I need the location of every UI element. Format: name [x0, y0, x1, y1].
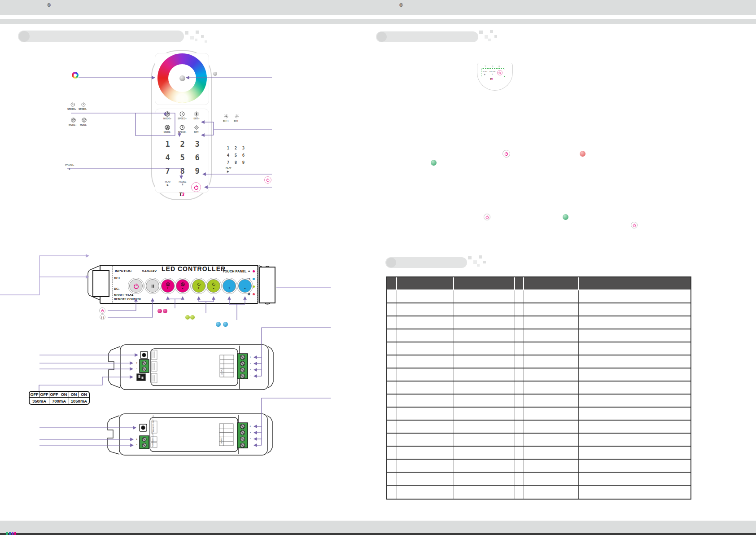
spec-body-cell — [454, 434, 515, 447]
spec-body-cell — [387, 473, 397, 486]
power-icon — [194, 185, 199, 190]
controller-button-mode-plus: + — [161, 279, 175, 293]
remote-key-1: 1 — [160, 137, 175, 151]
button-sign: + — [228, 286, 230, 290]
spec-body-cell — [454, 316, 515, 329]
spec-body-cell — [454, 342, 515, 355]
output-label: OUTPUT — [221, 357, 223, 375]
remote-key-mode-minus: MODE- — [160, 125, 175, 136]
spec-body-cell — [454, 408, 515, 421]
clock-icon — [179, 111, 185, 117]
spec-body-cell — [454, 395, 515, 408]
callout-digit-2: 2 — [232, 145, 240, 152]
remote-key-3: 3 — [190, 137, 205, 151]
button-sign: - — [182, 286, 184, 290]
speed-dot-icon — [185, 315, 190, 320]
spec-body-cell — [515, 408, 524, 421]
plus-label: + — [136, 361, 138, 364]
section-header-left-1 — [18, 31, 184, 42]
play-icon: ▶ — [162, 183, 173, 186]
dip-state-cell: ON — [59, 392, 69, 398]
spec-body-cell — [579, 395, 690, 408]
speed-dot-icon — [190, 315, 195, 320]
clock-icon — [70, 102, 75, 107]
power-icon — [266, 178, 270, 182]
spec-body-cell — [524, 329, 579, 342]
brt-dot-icon — [216, 322, 221, 327]
spec-body-cell — [397, 408, 454, 421]
remote-power-button — [191, 182, 201, 192]
key-label: SPEED+ — [178, 117, 187, 120]
section-header-bullet — [377, 32, 387, 42]
spec-body-cell — [524, 434, 579, 447]
pin-label-R: R — [247, 292, 255, 296]
remote-key-speed-minus: SPEED- — [175, 125, 190, 136]
spec-body-cell — [515, 447, 524, 460]
spec-body-cell — [579, 408, 690, 421]
button-sign: - — [213, 286, 214, 290]
color-wheel-callout-hole — [74, 74, 77, 77]
mode-icon — [165, 111, 170, 117]
spec-body-cell — [579, 486, 690, 499]
remote-key-speed-plus: SPEED+ — [175, 111, 190, 122]
terminal-screw — [240, 355, 245, 360]
dip-current-cell: 350mA — [30, 398, 49, 404]
touch-panel-label: TOUCH PANEL — [223, 269, 246, 273]
section-header-bullet — [386, 258, 396, 268]
power-callout-icon — [264, 176, 271, 184]
terminal-screw — [142, 443, 146, 447]
remote-key-2: 2 — [175, 137, 190, 151]
highlight-dashed-box — [481, 68, 505, 77]
dip-current-cell: 700mA — [49, 398, 69, 404]
top-header-band — [0, 0, 756, 15]
spec-body-cell — [387, 447, 397, 460]
pin-label-+: + — [247, 269, 255, 273]
key-label: SPEED- — [178, 131, 187, 133]
power-icon — [101, 309, 104, 312]
spec-body-cell — [515, 486, 524, 499]
power-inline-icon — [484, 214, 490, 220]
remote-key-brt-plus: BRT+ — [189, 111, 204, 122]
spec-body-cell — [454, 303, 515, 316]
spec-body-cell — [454, 486, 515, 499]
key-label: MODE+ — [163, 117, 171, 120]
section-header-right-2 — [385, 257, 467, 268]
spec-body-cell — [515, 316, 524, 329]
spec-body-cell — [524, 408, 579, 421]
pin-minus: - — [250, 362, 251, 364]
spec-body-cell — [397, 473, 454, 486]
spec-body-cell — [579, 382, 690, 395]
callout-pause-icon: ‖ — [69, 167, 70, 171]
spec-table — [386, 276, 691, 500]
spec-body-cell — [387, 486, 397, 499]
pin-dot — [253, 293, 255, 295]
spec-body-cell — [524, 460, 579, 473]
footer-band — [0, 521, 756, 533]
key-label: MODE- — [164, 131, 171, 133]
spec-body-cell — [397, 303, 454, 316]
power-mini-icon — [99, 307, 105, 314]
pin-minus: - — [250, 443, 251, 446]
spec-body-cell — [397, 434, 454, 447]
pause-icon: ‖ — [177, 183, 188, 186]
callout-pause: PAUSE — [65, 163, 74, 166]
spec-body-cell — [579, 303, 690, 316]
trademark-symbol: ® — [399, 2, 403, 8]
controller-button-brt-plus: + — [223, 279, 236, 293]
green-dot-icon — [431, 160, 437, 166]
power-icon — [133, 283, 139, 289]
terminal-screw — [240, 374, 245, 378]
callout-digit-6: 6 — [240, 152, 247, 159]
spec-body-cell — [387, 303, 397, 316]
dip-current-table: OFFOFFOFFONONON350mA700mA1050mA — [29, 391, 90, 405]
spec-header-cell — [387, 277, 397, 290]
mode-icon — [165, 125, 170, 130]
mode-dot-icon — [157, 309, 162, 313]
dip-state-cell: OFF — [49, 392, 59, 398]
spec-body-cell — [515, 434, 524, 447]
dip-current-cell: 1050mA — [69, 398, 89, 404]
spec-body-cell — [397, 421, 454, 434]
spec-body-cell — [397, 329, 454, 342]
spec-body-cell — [579, 368, 690, 382]
spec-body-cell — [454, 460, 515, 473]
